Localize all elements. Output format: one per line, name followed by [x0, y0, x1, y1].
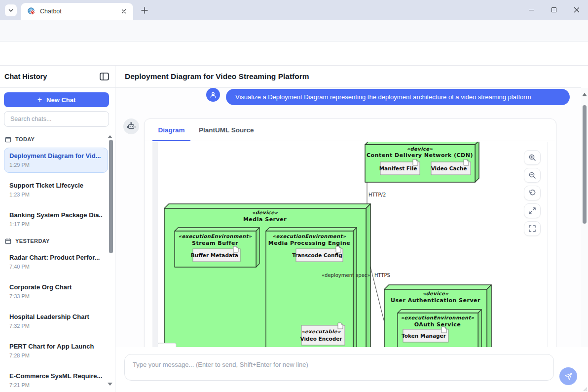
chat-item-title: Corporate Org Chart: [9, 283, 103, 292]
new-chat-button[interactable]: + New Chat: [4, 92, 109, 107]
artifact-transcode-config: Transcode Config: [292, 246, 343, 262]
browser-tab[interactable]: Chatbot: [21, 3, 133, 20]
artifact-buffer-metadata: Buffer Metadata: [191, 246, 240, 262]
search-chats-box[interactable]: [4, 111, 109, 127]
media-server-name: Media Server: [243, 216, 287, 223]
chat-item-time: 7:40 PM: [9, 263, 103, 271]
chat-message-area: Visualize a Deployment Diagram represent…: [115, 88, 581, 347]
close-icon: [574, 7, 580, 13]
diagram-canvas[interactable]: «device» Content Delivery Network (CDN) …: [152, 142, 548, 347]
transcode-config-label: Transcode Config: [292, 252, 342, 258]
chat-item-title: Hospital Leadership Chart: [9, 313, 103, 321]
tab-plantuml-source[interactable]: PlantUML Source: [197, 119, 256, 141]
scrollbar-thumb[interactable]: [583, 105, 587, 224]
new-chat-label: New Chat: [46, 96, 75, 104]
tab-search-chevron-button[interactable]: [5, 4, 17, 16]
sidebar-title: Chat History: [4, 73, 47, 80]
deployment-spec-label: «deployment spec»: [322, 273, 370, 278]
sidebar-scrollbar-thumb[interactable]: [109, 140, 113, 253]
collapse-sidebar-icon[interactable]: [100, 73, 109, 80]
message-input[interactable]: [124, 354, 554, 381]
window-controls: [520, 0, 588, 20]
window-resize-grip[interactable]: [583, 387, 588, 392]
active-tab-underline: [152, 140, 190, 141]
user-message-avatar: [206, 88, 220, 102]
search-chats-input[interactable]: [4, 116, 109, 122]
chat-item-hospital-leadership[interactable]: Hospital Leadership Chart 7:32 PM: [4, 309, 108, 334]
zoom-in-icon: [528, 154, 536, 161]
mpe-name: Media Processing Engine: [268, 240, 351, 246]
chat-item-banking-package[interactable]: Banking System Package Dia... 1:17 PM: [4, 207, 108, 232]
http2-label: HTTP/2: [368, 192, 386, 197]
chat-item-title: E-Commerce SysML Require...: [9, 372, 103, 381]
artifact-token-manager: Token Manager: [402, 327, 448, 342]
fullscreen-button[interactable]: [524, 221, 541, 236]
chevron-down-icon: [8, 7, 14, 13]
chat-item-title: Support Ticket Lifecycle: [9, 181, 103, 190]
video-cache-label: Video Cache: [431, 165, 467, 171]
buffer-metadata-label: Buffer Metadata: [191, 252, 238, 258]
calendar-icon: [5, 238, 11, 244]
expand-button[interactable]: [524, 203, 541, 218]
chat-item-deployment-diagram[interactable]: Deployment Diagram for Vid... 1:29 PM: [4, 148, 108, 173]
chat-item-pert-chart[interactable]: PERT Chart for App Launch 7:28 PM: [4, 338, 108, 363]
browser-tab-strip: Chatbot: [0, 0, 588, 20]
chat-item-title: PERT Chart for App Launch: [9, 342, 103, 351]
deployment-diagram: «device» Content Delivery Network (CDN) …: [152, 142, 548, 347]
canvas-left-scrollbar[interactable]: [152, 142, 158, 347]
zoom-out-button[interactable]: [524, 168, 541, 183]
chat-item-time: 1:17 PM: [9, 220, 103, 228]
app-header: Chatbot Powered by Visual Paradigm More …: [0, 41, 588, 66]
artifact-video-encoder: «executable» Video Encoder: [300, 323, 345, 345]
chat-item-support-ticket[interactable]: Support Ticket Lifecycle 1:23 PM: [4, 177, 108, 202]
plus-icon: +: [37, 95, 42, 104]
reset-view-button[interactable]: [524, 186, 541, 200]
expand-arrows-icon: [528, 207, 536, 215]
partial-node-bottom-left: [157, 343, 176, 347]
chat-item-ecommerce-sysml[interactable]: E-Commerce SysML Require... 7:21 PM: [4, 368, 108, 392]
scrollbar-up-arrow[interactable]: [582, 90, 587, 96]
section-label-today: TODAY: [15, 136, 35, 142]
stream-buffer-name: Stream Buffer: [192, 240, 238, 246]
tab-close-button[interactable]: [119, 7, 128, 16]
sidebar-scroll-down-arrow[interactable]: [108, 383, 112, 388]
tab-title: Chatbot: [40, 8, 119, 15]
message-input-bar: [115, 347, 588, 392]
chat-item-time: 7:28 PM: [9, 352, 103, 359]
visual-paradigm-favicon: [28, 7, 36, 15]
video-encoder-stereotype: «executable»: [301, 329, 341, 334]
edge-https: [369, 261, 384, 322]
sidebar-scroll-up-arrow[interactable]: [108, 133, 112, 138]
chat-item-corporate-org[interactable]: Corporate Org Chart 7:33 PM: [4, 279, 108, 304]
new-tab-button[interactable]: [139, 5, 150, 16]
chat-history-sidebar: Chat History + New Chat TODAY Deployment…: [0, 66, 115, 392]
media-server-stereotype: «device»: [252, 210, 278, 215]
close-icon: [121, 9, 126, 14]
manifest-file-label: Manifest File: [379, 165, 417, 171]
zoom-out-icon: [528, 171, 536, 179]
chat-item-time: 7:32 PM: [9, 322, 103, 330]
window-close-button[interactable]: [565, 0, 588, 20]
tab-diagram[interactable]: Diagram: [152, 119, 190, 141]
zoom-in-button[interactable]: [524, 150, 541, 165]
video-encoder-label: Video Encoder: [300, 336, 343, 342]
fullscreen-brackets-icon: [528, 225, 536, 233]
oauth-stereotype: «executionEnvironment»: [401, 315, 475, 320]
page-scrollbar[interactable]: [581, 88, 588, 392]
stream-buffer-stereotype: «executionEnvironment»: [179, 234, 252, 239]
diagram-controls: [524, 150, 541, 236]
page-title: Deployment Diagram for Video Streaming P…: [125, 72, 309, 81]
window-minimize-button[interactable]: [520, 0, 543, 20]
user-message-bubble: Visualize a Deployment Diagram represent…: [226, 89, 570, 105]
auth-server-stereotype: «device»: [423, 291, 449, 296]
artifact-manifest-file: Manifest File: [379, 159, 420, 175]
window-maximize-button[interactable]: [543, 0, 565, 20]
chat-item-radar-chart[interactable]: Radar Chart: Product Perfor... 7:40 PM: [4, 249, 108, 274]
auth-server-name: User Authentication Server: [391, 297, 480, 304]
oauth-name: OAuth Service: [414, 321, 461, 328]
mpe-stereotype: «executionEnvironment»: [273, 234, 346, 239]
send-button[interactable]: [559, 367, 577, 385]
diagram-tabbar: Diagram PlantUML Source: [145, 119, 556, 141]
cdn-name: Content Delivery Network (CDN): [367, 152, 473, 158]
chat-item-time: 7:33 PM: [9, 292, 103, 300]
